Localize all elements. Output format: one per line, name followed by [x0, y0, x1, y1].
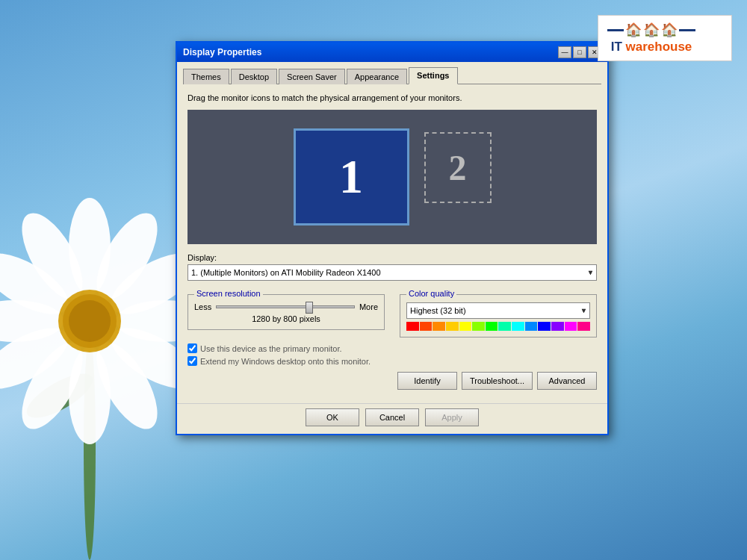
color-quality-col: Color quality Highest (32 bit) ▼: [400, 288, 597, 337]
less-label: Less: [194, 302, 211, 311]
house-icon-3: 🏠: [661, 22, 678, 38]
resolution-text: 1280 by 800 pixels: [194, 314, 378, 323]
tab-screen-saver[interactable]: Screen Saver: [279, 69, 345, 84]
tab-settings[interactable]: Settings: [409, 67, 457, 84]
extend-desktop-checkbox-row: Extend my Windows desktop onto this moni…: [187, 356, 597, 366]
color-quality-label: Color quality: [406, 289, 456, 298]
action-buttons-row: Identify Troubleshoot... Advanced: [187, 372, 597, 390]
logo-box: 🏠 🏠 🏠 IT warehouse: [598, 15, 732, 61]
titlebar-buttons: — □ ✕: [558, 46, 601, 58]
minimize-button[interactable]: —: [558, 46, 571, 58]
maximize-button[interactable]: □: [573, 46, 586, 58]
svg-point-16: [69, 300, 111, 342]
color-quality-select-wrapper: Highest (32 bit) ▼: [406, 302, 590, 319]
ok-button[interactable]: OK: [306, 408, 359, 426]
house-icon-1: 🏠: [625, 22, 642, 38]
settings-columns: Screen resolution Less More 1280 by 800 …: [187, 288, 597, 337]
primary-monitor-checkbox[interactable]: [187, 343, 197, 353]
logo-it-text: IT: [611, 40, 622, 54]
tab-appearance[interactable]: Appearance: [347, 69, 407, 84]
identify-button[interactable]: Identify: [397, 372, 457, 390]
color-bar: [406, 322, 590, 331]
dialog-footer: OK Cancel Apply: [177, 403, 607, 434]
dialog-title: Display Properties: [183, 47, 261, 57]
screen-resolution-label: Screen resolution: [194, 289, 263, 298]
troubleshoot-button[interactable]: Troubleshoot...: [462, 372, 533, 390]
display-select[interactable]: 1. (Multiple Monitors) on ATI Mobility R…: [187, 264, 597, 281]
logo-warehouse-text: warehouse: [622, 40, 692, 54]
cancel-button[interactable]: Cancel: [365, 408, 419, 426]
apply-button[interactable]: Apply: [425, 408, 479, 426]
dialog-titlebar: Display Properties — □ ✕: [177, 43, 607, 62]
extend-desktop-label: Extend my Windows desktop onto this moni…: [200, 357, 371, 366]
monitor-preview-area: 1 2: [187, 110, 597, 244]
resolution-slider-track: [216, 305, 355, 308]
advanced-button[interactable]: Advanced: [537, 372, 597, 390]
screen-resolution-col: Screen resolution Less More 1280 by 800 …: [187, 288, 385, 337]
tab-themes[interactable]: Themes: [183, 69, 229, 84]
dialog-content: Drag the monitor icons to match the phys…: [177, 84, 607, 403]
display-select-wrapper: 1. (Multiple Monitors) on ATI Mobility R…: [187, 264, 597, 281]
extend-desktop-checkbox[interactable]: [187, 356, 197, 366]
screen-resolution-group: Screen resolution Less More 1280 by 800 …: [187, 294, 385, 330]
house-icon-2: 🏠: [643, 22, 660, 38]
more-label: More: [359, 302, 378, 311]
color-quality-select[interactable]: Highest (32 bit): [406, 302, 590, 319]
primary-monitor-checkbox-row: Use this device as the primary monitor.: [187, 343, 597, 353]
display-label: Display:: [187, 253, 597, 262]
color-quality-group: Color quality Highest (32 bit) ▼: [400, 294, 597, 337]
primary-monitor-label: Use this device as the primary monitor.: [200, 344, 342, 353]
tab-desktop[interactable]: Desktop: [231, 69, 277, 84]
resolution-slider-thumb[interactable]: [306, 302, 313, 314]
monitor-1[interactable]: 1: [294, 128, 409, 225]
slider-row: Less More: [194, 302, 378, 311]
instruction-text: Drag the monitor icons to match the phys…: [187, 93, 597, 102]
monitor-2[interactable]: 2: [424, 132, 492, 203]
display-properties-dialog: Display Properties — □ ✕ Themes Desktop …: [176, 41, 609, 435]
tabs-row: Themes Desktop Screen Saver Appearance S…: [177, 62, 607, 84]
